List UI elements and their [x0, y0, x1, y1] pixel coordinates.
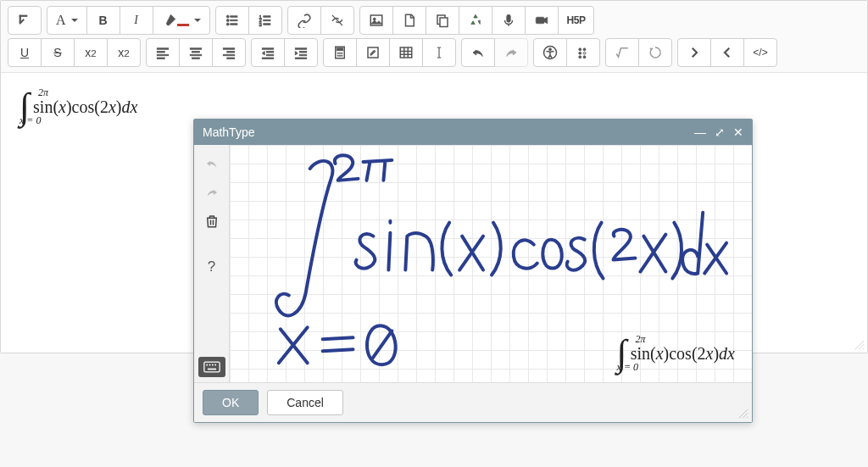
indent-button[interactable]: [284, 38, 318, 67]
question-icon: ?: [208, 259, 215, 275]
editor-resize-handle[interactable]: [854, 339, 865, 351]
undo-button[interactable]: [461, 38, 495, 67]
align-center-button[interactable]: [179, 38, 213, 67]
handwriting-clear-button[interactable]: [198, 208, 225, 235]
underline-button[interactable]: U: [8, 38, 42, 67]
close-icon[interactable]: ✕: [733, 126, 743, 138]
paste-button[interactable]: [426, 6, 459, 35]
svg-point-58: [583, 48, 586, 51]
superscript-button[interactable]: x2: [107, 38, 141, 67]
insert-image-button[interactable]: [359, 6, 393, 35]
table-icon: [398, 45, 414, 60]
toolbar-row-2: U S x2 x2: [8, 38, 860, 67]
rendered-formula: ∫ 2π x = 0 sin(x)cos(2x)dx: [18, 88, 137, 125]
align-center-icon: [188, 45, 203, 60]
h5p-button[interactable]: H5P: [558, 6, 595, 35]
minimize-icon[interactable]: —: [694, 126, 706, 138]
align-right-button[interactable]: [212, 38, 246, 67]
bold-button[interactable]: B: [86, 6, 120, 35]
handwriting-canvas[interactable]: ∫ 2π x = 0 sin(x)cos(2x)dx: [230, 145, 752, 382]
handwriting-sidebar: ?: [194, 145, 230, 382]
dialog-titlebar[interactable]: MathType — ⤢ ✕: [194, 120, 752, 145]
accessibility-button[interactable]: [533, 38, 567, 67]
unlink-icon: [330, 13, 345, 28]
calculator-button[interactable]: [323, 38, 357, 67]
redo-button[interactable]: [494, 38, 528, 67]
chem-editor-button[interactable]: [638, 38, 672, 67]
compose-button[interactable]: [356, 38, 390, 67]
svg-line-72: [739, 409, 748, 419]
text-color-button[interactable]: [153, 6, 210, 35]
unordered-list-button[interactable]: [215, 6, 249, 35]
svg-rect-31: [262, 48, 274, 50]
subscript-button[interactable]: x2: [74, 38, 108, 67]
svg-line-74: [747, 417, 748, 419]
undo-icon: [470, 45, 486, 60]
table-button[interactable]: [389, 38, 423, 67]
indent-icon: [293, 45, 309, 60]
math-editor-button[interactable]: [605, 38, 639, 67]
sub-base: x: [85, 46, 91, 59]
dialog-window-controls: — ⤢ ✕: [694, 126, 743, 138]
dialog-footer: OK Cancel: [194, 382, 752, 422]
svg-rect-9: [263, 16, 270, 18]
link-button[interactable]: [287, 6, 321, 35]
toolbar-row-1: A B I 123: [8, 6, 860, 35]
file-icon: [402, 13, 417, 28]
svg-rect-23: [190, 48, 202, 50]
redo-icon: [504, 45, 519, 60]
handwriting-redo-button[interactable]: [198, 179, 225, 206]
color-swatch: [177, 24, 189, 26]
svg-point-55: [579, 48, 581, 51]
record-video-button[interactable]: [525, 6, 559, 35]
dialog-resize-handle[interactable]: [737, 408, 749, 420]
outdent-button[interactable]: [251, 38, 285, 67]
svg-point-60: [583, 56, 586, 58]
svg-rect-69: [212, 364, 214, 366]
text-cursor-button[interactable]: [422, 38, 456, 67]
bold-label: B: [99, 14, 108, 27]
align-left-button[interactable]: [146, 38, 180, 67]
braille-button[interactable]: [566, 38, 600, 67]
svg-point-42: [339, 53, 341, 54]
handwriting-help-button[interactable]: ?: [198, 253, 225, 281]
font-family-button[interactable]: A: [47, 6, 87, 35]
italic-label: I: [134, 14, 138, 27]
prev-button[interactable]: [710, 38, 744, 67]
svg-point-59: [583, 52, 586, 54]
italic-button[interactable]: I: [120, 6, 153, 35]
brush-icon: [162, 13, 177, 28]
keyboard-toggle-button[interactable]: [198, 357, 225, 377]
ordered-list-button[interactable]: 123: [248, 6, 282, 35]
strikethrough-button[interactable]: S: [41, 38, 75, 67]
trash-icon: [204, 214, 220, 229]
text-cursor-icon: [431, 45, 447, 60]
html-source-button[interactable]: </>: [743, 38, 777, 67]
svg-rect-16: [440, 18, 448, 27]
svg-rect-33: [267, 54, 274, 56]
edit-icon: [365, 45, 381, 60]
expand-toolbar-button[interactable]: [8, 6, 42, 35]
svg-rect-40: [337, 48, 343, 51]
list-ul-icon: [225, 13, 240, 28]
svg-point-1: [226, 19, 229, 22]
next-button[interactable]: [677, 38, 711, 67]
dialog-title: MathType: [203, 125, 254, 139]
cancel-button[interactable]: Cancel: [267, 390, 343, 415]
insert-file-button[interactable]: [392, 6, 426, 35]
ok-button[interactable]: OK: [203, 390, 259, 415]
embed-button[interactable]: [459, 6, 492, 35]
calculator-icon: [332, 45, 348, 60]
svg-point-43: [342, 53, 343, 54]
svg-rect-34: [262, 58, 274, 59]
svg-rect-17: [506, 14, 510, 22]
svg-text:3: 3: [259, 22, 262, 27]
handwriting-undo-button[interactable]: [198, 150, 225, 177]
svg-rect-18: [536, 17, 544, 24]
maximize-icon[interactable]: ⤢: [715, 126, 725, 138]
microphone-icon: [501, 13, 516, 28]
record-audio-button[interactable]: [492, 6, 526, 35]
mathtype-dialog: MathType — ⤢ ✕ ?: [193, 119, 753, 423]
unlink-button[interactable]: [320, 6, 354, 35]
integral-upper-limit: 2π: [38, 86, 48, 99]
